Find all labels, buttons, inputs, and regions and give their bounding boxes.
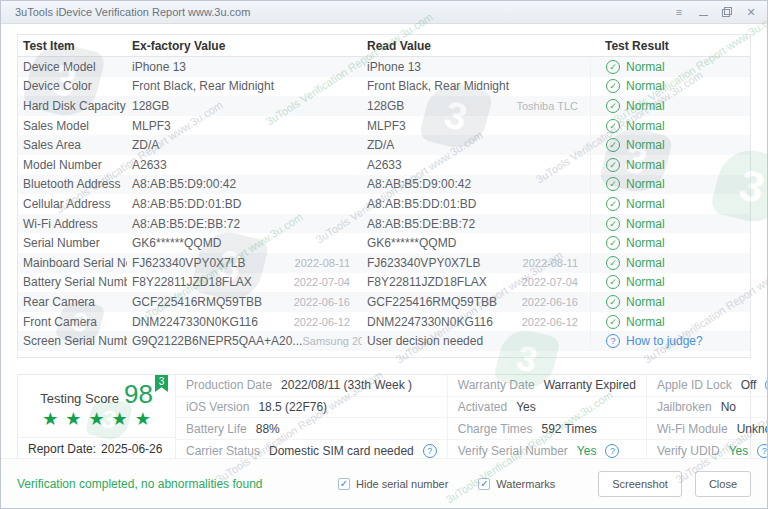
ex-factory-value: Front Black, Rear Midnight [132,79,274,93]
header-test-item: Test Item [18,39,127,53]
read-extra: 2022-07-04 [522,276,578,288]
read-value: 128GB [367,99,404,113]
read-value-cell: MLPF3 [362,119,590,133]
read-value: iPhone 13 [367,60,421,74]
read-value: MLPF3 [367,119,406,133]
ex-factory-value: A8:AB:B5:D9:00:42 [132,177,236,191]
detail-label: Warranty Date [458,378,535,392]
detail-value: 592 Times [541,422,596,436]
read-value: A2633 [367,158,402,172]
read-value: A8:AB:B5:DE:BB:72 [367,217,475,231]
detail-row: Charge Times592 Times [448,418,646,440]
detail-label: Charge Times [458,422,533,436]
test-item-cell: Screen Serial Number [18,334,127,348]
check-circle-icon: ✓ [606,315,620,329]
test-item-cell: Cellular Address [18,197,127,211]
test-result-normal: Normal [626,60,665,74]
checkbox-watermarks[interactable]: ✓ Watermarks [478,478,555,490]
test-result-normal: Normal [626,138,665,152]
detail-value: Off [741,378,757,392]
details-column: Apple ID LockOff?JailbrokenNoWi-Fi Modul… [647,375,768,461]
read-value-cell: 128GBToshiba TLC [362,99,590,113]
test-item-cell: Mainboard Serial No. [18,256,127,270]
table-row: Cellular AddressA8:AB:B5:DD:01:BDA8:AB:B… [18,194,750,214]
detail-value: Warranty Expired [544,378,636,392]
check-circle-icon: ✓ [606,197,620,211]
table-row: Front CameraDNM2247330N0KG1162022-06-12D… [18,312,750,332]
testing-score-value: 98 [124,381,153,407]
read-value: GK6******QQMD [367,236,456,250]
ex-factory-value: ZD/A [132,138,159,152]
checkbox-label: Watermarks [496,478,555,490]
star-rating: ★★★★★ [18,408,175,430]
screenshot-button[interactable]: Screenshot [598,471,682,497]
ex-factory-value-cell: DNM2247330N0KG1162022-06-12 [127,315,362,329]
read-value-cell: A8:AB:B5:DE:BB:72 [362,217,590,231]
detail-value: Unknown [737,422,768,436]
menu-icon[interactable]: ≡ [673,6,685,18]
help-icon[interactable]: ? [423,444,437,458]
table-row: Bluetooth AddressA8:AB:B5:D9:00:42A8:AB:… [18,175,750,195]
table-row: Rear CameraGCF225416RMQ59TBB2022-06-16GC… [18,292,750,312]
summary-panel: 3 Testing Score 98 ★★★★★ Report Date: 20… [17,374,751,462]
ex-factory-value-cell: ZD/A [127,138,362,152]
detail-row: Apple ID LockOff? [647,375,768,397]
how-to-judge-link[interactable]: How to judge? [626,334,703,348]
detail-label: Verify Serial Number [458,444,568,458]
read-value-cell: DNM2247330N0KG1162022-06-12 [362,315,590,329]
detail-value: Yes [516,400,536,414]
test-result-normal: Normal [626,119,665,133]
close-button[interactable]: Close [695,471,751,497]
detail-label: Verify UDID [657,444,720,458]
question-circle-icon[interactable]: ? [606,334,620,348]
check-circle-icon: ✓ [606,295,620,309]
test-item-cell: Sales Area [18,138,127,152]
test-result-cell: ✓Normal [590,194,750,214]
status-text: Verification completed, no abnormalities… [17,477,338,491]
table-row: Serial NumberGK6******QQMDGK6******QQMD✓… [18,233,750,253]
detail-label: Activated [458,400,507,414]
detail-label: Production Date [186,378,272,392]
ex-factory-value: F8Y22811JZD18FLAX [132,275,252,289]
help-icon[interactable]: ? [605,444,619,458]
verification-table: Test Item Ex-factory Value Read Value Te… [17,34,751,358]
table-row: Screen Serial NumberG9Q2122B6NEPR5QAA+A2… [18,331,750,351]
checkbox-hide-serial-number[interactable]: ✓ Hide serial number [338,478,448,490]
minimize-icon[interactable] [697,6,709,18]
close-icon[interactable]: ✕ [745,6,757,18]
test-result-cell: ✓Normal [590,77,750,97]
detail-label: Battery Life [186,422,247,436]
read-value-cell: GCF225416RMQ59TBB2022-06-16 [362,295,590,309]
table-row: Wi-Fi AddressA8:AB:B5:DE:BB:72A8:AB:B5:D… [18,214,750,234]
read-value-cell: FJ623340VPY0X7LB2022-08-11 [362,256,590,270]
test-result-normal: Normal [626,99,665,113]
read-value: User decision needed [367,334,483,348]
checkbox-icon[interactable]: ✓ [338,478,350,490]
read-value-cell: User decision needed [362,334,590,348]
read-value: DNM2247330N0KG116 [367,315,493,329]
checkbox-label: Hide serial number [356,478,448,490]
checkbox-icon[interactable]: ✓ [478,478,490,490]
check-circle-icon: ✓ [606,138,620,152]
ex-factory-value-cell: G9Q2122B6NEPR5QAA+A20...Samsung 2022-03-… [127,334,362,348]
read-value-cell: F8Y22811JZD18FLAX2022-07-04 [362,275,590,289]
test-result-normal: Normal [626,217,665,231]
footer: Verification completed, no abnormalities… [1,458,767,508]
ex-factory-value: A2633 [132,158,167,172]
check-circle-icon: ✓ [606,99,620,113]
detail-label: Carrier Status [186,444,260,458]
detail-row: iOS Version18.5 (22F76) [176,397,447,419]
test-item-cell: Device Color [18,79,127,93]
test-result-cell: ✓Normal [590,155,750,175]
table-row: Device ColorFront Black, Rear MidnightFr… [18,77,750,97]
ex-factory-value-cell: A2633 [127,158,362,172]
score-panel: 3 Testing Score 98 ★★★★★ Report Date: 20… [18,375,176,461]
test-result-cell: ✓Normal [590,292,750,312]
help-icon[interactable]: ? [757,444,768,458]
table-row: Battery Serial NumberF8Y22811JZD18FLAX20… [18,273,750,293]
check-circle-icon: ✓ [606,275,620,289]
read-value-cell: A8:AB:B5:DD:01:BD [362,197,590,211]
header-test-result: Test Result [590,35,750,56]
detail-label: Apple ID Lock [657,378,732,392]
restore-icon[interactable] [721,6,733,18]
